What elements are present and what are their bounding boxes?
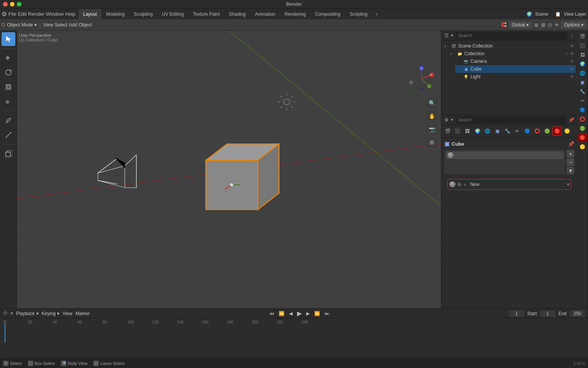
world-tab-icon[interactable]: 🌐	[578, 69, 587, 77]
keying-menu[interactable]: Keying ▾	[42, 311, 60, 316]
next-keyframe-button[interactable]: ⏩	[313, 311, 322, 316]
object-menu[interactable]: Object	[79, 22, 92, 28]
options-button[interactable]: Options ▾	[561, 21, 586, 28]
props-pin-icon[interactable]: 📌	[568, 117, 574, 123]
output-tab-icon[interactable]: ⬛	[578, 41, 587, 50]
material-browse-icon[interactable]: ⊕	[457, 181, 462, 187]
cube-visible-icon[interactable]: 👁	[570, 67, 574, 71]
zoom-in-icon[interactable]: 🔍	[426, 98, 437, 108]
camera-item[interactable]: 📷 Camera 👁	[455, 58, 576, 65]
tab-layout[interactable]: Layout	[78, 9, 101, 19]
tab-modeling[interactable]: Modeling	[101, 9, 129, 19]
cube-item[interactable]: ▣ Cube 👁	[455, 65, 576, 73]
shader-tab-icon[interactable]: 🟡	[578, 143, 587, 151]
transform-orientation[interactable]: Global ▾	[509, 21, 532, 28]
particles-tab-icon[interactable]: ✂	[578, 97, 587, 105]
material-props-tab[interactable]: 🔴	[552, 127, 562, 136]
world-props-tab[interactable]: 🌐	[483, 127, 492, 136]
collection-item[interactable]: ▾ 📁 Collection ✓ 👁	[449, 50, 576, 58]
material-add-new-icon[interactable]: +	[463, 181, 466, 187]
data-tab-icon[interactable]: 🟢	[578, 124, 587, 133]
constraints-props-tab[interactable]: ⭕	[532, 127, 542, 136]
proportional-edit[interactable]: ⊙	[548, 22, 552, 28]
window-menu[interactable]: Window	[46, 11, 64, 17]
view-layer-tab-icon[interactable]: 🖼	[578, 51, 587, 59]
add-cube-tool[interactable]	[2, 147, 15, 161]
scale-tool[interactable]	[2, 80, 15, 94]
maximize-button[interactable]	[17, 2, 21, 7]
light-item[interactable]: 💡 Light 👁	[455, 73, 576, 80]
end-frame-display[interactable]: 250	[570, 310, 585, 317]
remove-slot-button[interactable]: −	[567, 158, 574, 166]
move-tool[interactable]: ✥	[2, 51, 15, 65]
close-button[interactable]	[3, 2, 8, 7]
annotate-tool[interactable]	[2, 113, 15, 127]
tab-uv-editing[interactable]: UV Editing	[157, 9, 188, 19]
pin-button[interactable]: 📌	[568, 141, 574, 147]
modifier-tab-icon[interactable]: 🔧	[578, 87, 587, 96]
add-menu[interactable]: Add	[69, 22, 77, 28]
view-menu[interactable]: View	[62, 311, 72, 316]
scene-props-tab[interactable]: 🌍	[473, 127, 482, 136]
rotate-tool[interactable]	[2, 66, 15, 79]
tab-scripting[interactable]: Scripting	[345, 9, 372, 19]
file-menu[interactable]: File	[8, 11, 16, 17]
data-props-tab[interactable]: 🟢	[542, 127, 552, 136]
tab-texture-paint[interactable]: Texture Paint	[188, 9, 224, 19]
collection-render-icon[interactable]: 👁	[570, 51, 574, 56]
grid-view-icon[interactable]: ⊞	[426, 137, 437, 148]
play-button[interactable]: ▶	[296, 310, 303, 317]
show-hide-toggle[interactable]: 👁	[555, 23, 559, 27]
tab-shading[interactable]: Shading	[224, 9, 250, 19]
constraints-tab-icon[interactable]: ⭕	[578, 115, 587, 123]
props-search[interactable]	[456, 116, 566, 124]
last-frame-button[interactable]: ⏭	[323, 311, 331, 316]
render-menu[interactable]: Render	[28, 11, 44, 17]
pan-icon[interactable]: ✋	[426, 111, 437, 122]
mode-selector[interactable]: ⬡ Object Mode ▾	[2, 22, 37, 28]
more-slot-options[interactable]: ▾	[567, 167, 574, 174]
material-filter-icon[interactable]: ▾	[567, 182, 569, 187]
modifier-props-tab[interactable]: 🔧	[503, 127, 512, 136]
scene-tab-icon[interactable]: 🌍	[578, 60, 587, 68]
axis-gizmo[interactable]: X Y Z	[408, 65, 435, 92]
3d-viewport[interactable]: User Perspective (1) Collection | Cube X…	[17, 31, 441, 308]
add-slot-button[interactable]: +	[567, 150, 574, 158]
playback-menu[interactable]: Playback ▾	[16, 311, 39, 316]
collection-visible-icon[interactable]: ✓	[565, 51, 568, 56]
measure-tool[interactable]	[2, 128, 15, 142]
select-menu[interactable]: Select	[55, 22, 67, 28]
scene-visible-icon[interactable]: 👁	[570, 44, 574, 48]
first-frame-button[interactable]: ⏮	[268, 311, 276, 316]
camera-visible-icon[interactable]: 👁	[570, 59, 574, 64]
help-menu[interactable]: Help	[65, 11, 75, 17]
render-tab-icon[interactable]: 🎬	[578, 32, 587, 41]
view-menu[interactable]: View	[43, 22, 53, 28]
material-tab-icon[interactable]: 🔴	[578, 133, 587, 142]
view-layer-props-tab[interactable]: 🖼	[463, 127, 472, 136]
new-material-button[interactable]: New	[468, 182, 482, 187]
outliner-search[interactable]	[456, 32, 567, 39]
snap-toggle[interactable]: ⊞	[541, 22, 546, 28]
edit-menu[interactable]: Edit	[18, 11, 26, 17]
physics-props-tab[interactable]: 🔵	[523, 127, 532, 136]
tab-sculpting[interactable]: Sculpting	[129, 9, 157, 19]
physics-tab-icon[interactable]: 🔵	[578, 106, 587, 114]
material-slot-item[interactable]	[446, 151, 564, 159]
light-visible-icon[interactable]: 👁	[570, 74, 574, 79]
output-props-tab[interactable]: ⬛	[453, 127, 462, 136]
scene-name[interactable]: Scene	[535, 12, 548, 17]
object-tab-icon[interactable]: ▣	[578, 78, 587, 87]
current-frame-display[interactable]: 1	[509, 310, 524, 317]
view-layer-name[interactable]: View Layer	[564, 12, 586, 17]
timeline-track[interactable]: 1 20 40 60 80 100 120 140 160 180 200 22…	[0, 319, 588, 358]
camera-view-icon[interactable]: 📷	[426, 124, 437, 135]
next-frame-button[interactable]: ▶	[305, 311, 311, 316]
render-props-tab[interactable]: 🎬	[443, 127, 452, 136]
object-props-tab[interactable]: ▣	[493, 127, 502, 136]
tab-rendering[interactable]: Rendering	[280, 9, 310, 19]
particles-props-tab[interactable]: ✂	[513, 127, 522, 136]
scene-collection-item[interactable]: ▾ 🎬 Scene Collection 👁	[443, 42, 576, 50]
marker-menu[interactable]: Marker	[75, 311, 90, 316]
start-frame-display[interactable]: 1	[540, 310, 555, 317]
